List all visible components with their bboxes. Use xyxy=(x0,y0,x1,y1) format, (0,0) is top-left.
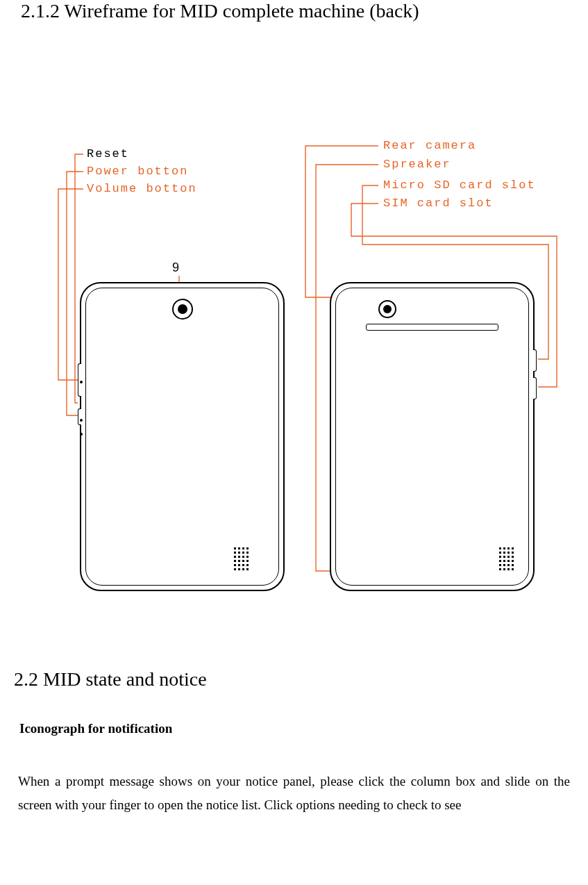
subsection-heading-iconograph: Iconograph for notification xyxy=(19,721,574,736)
label-sim-slot: SIM card slot xyxy=(383,197,494,210)
sd-slot-icon xyxy=(533,349,537,372)
speaker-grille-icon xyxy=(234,547,249,570)
side-dot-icon xyxy=(80,419,83,422)
label-volume-button: Volume botton xyxy=(87,182,197,195)
side-dot-icon xyxy=(80,433,83,436)
device-bezel xyxy=(85,288,279,586)
power-button-icon xyxy=(78,408,81,425)
label-power-button: Power botton xyxy=(87,165,188,178)
label-spreaker: Spreaker xyxy=(383,158,451,171)
section-heading-212: 2.1.2 Wireframe for MID complete machine… xyxy=(21,0,574,22)
label-rear-camera: Rear camera xyxy=(383,139,476,152)
device-back-view-right xyxy=(330,282,535,591)
side-dot-icon xyxy=(80,381,83,383)
device-bezel xyxy=(335,288,529,586)
volume-button-icon xyxy=(78,363,81,397)
label-reset: Reset xyxy=(87,147,129,160)
wireframe-diagram: Reset Power botton Volume botton Rear ca… xyxy=(14,36,569,627)
device-back-view-left xyxy=(80,282,285,591)
camera-lens-icon xyxy=(178,304,187,314)
speaker-grille-icon xyxy=(499,547,514,570)
body-paragraph: When a prompt message shows on your noti… xyxy=(14,770,574,817)
top-slot-icon xyxy=(366,324,498,331)
label-micro-sd-slot: Micro SD card slot xyxy=(383,179,536,192)
camera-lens-icon xyxy=(383,305,392,313)
label-nine: 9 xyxy=(172,260,179,275)
section-heading-22: 2.2 MID state and notice xyxy=(14,668,574,690)
sim-slot-icon xyxy=(533,377,537,399)
